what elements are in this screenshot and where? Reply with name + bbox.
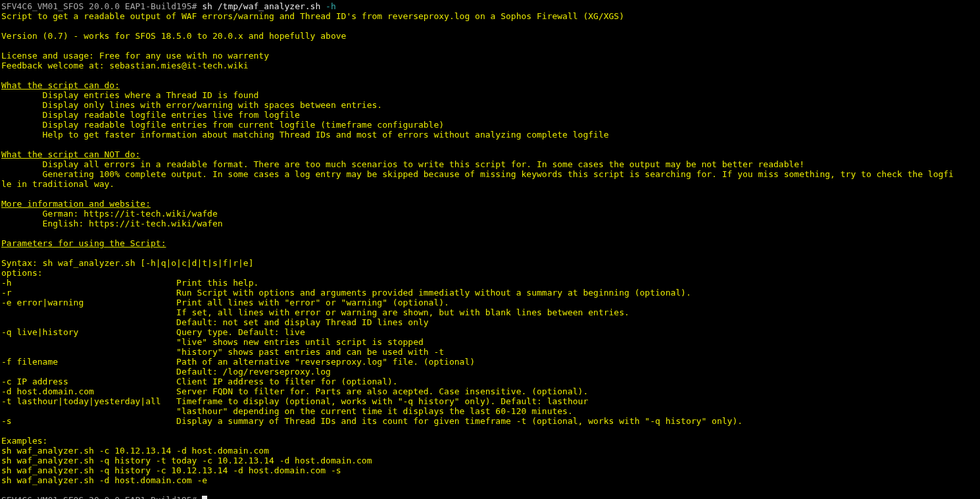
more-info-item: English: https://it-tech.wiki/wafen	[1, 219, 223, 228]
can-do-item: Display only lines with error/warning wi…	[1, 100, 382, 110]
examples-heading: Examples:	[1, 436, 47, 446]
shell-prompt: SFV4C6_VM01_SFOS 20.0.0 EAP1-Build195#	[1, 1, 202, 11]
example-line: sh waf_analyzer.sh -q history -t today -…	[1, 456, 372, 465]
section-heading-params: Parameters for using the Script:	[1, 238, 166, 248]
option-row: "history" shows past entries and can be …	[1, 347, 444, 357]
can-do-item: Help to get faster information about mat…	[1, 130, 609, 140]
option-row: -c IP address Client IP address to filte…	[1, 377, 398, 386]
example-line: sh waf_analyzer.sh -c 10.12.13.14 -d hos…	[1, 446, 269, 456]
version-line: Version (0.7) - works for SFOS 18.5.0 to…	[1, 31, 346, 41]
terminal-output[interactable]: SFV4C6_VM01_SFOS 20.0.0 EAP1-Build195# s…	[0, 0, 980, 499]
option-row: Default: /log/reverseproxy.log	[1, 367, 331, 377]
option-row: "lasthour" depending on the current time…	[1, 406, 573, 416]
typed-flag: -h	[326, 1, 336, 11]
can-not-item: Generating 100% complete output. In some…	[1, 169, 954, 179]
option-row: -d host.domain.com Server FQDN to filter…	[1, 386, 588, 396]
option-row: Default: not set and display Thread ID l…	[1, 317, 429, 327]
example-line: sh waf_analyzer.sh -q history -c 10.12.1…	[1, 465, 341, 475]
section-heading-can-do: What the script can do:	[1, 80, 120, 90]
option-row: -e error|warning Print all lines with "e…	[1, 298, 449, 307]
can-do-item: Display readable logfile entries live fr…	[1, 110, 300, 120]
option-row: -r Run Script with options and arguments…	[1, 288, 691, 298]
intro-line: Script to get a readable output of WAF e…	[1, 11, 624, 21]
shell-prompt-bottom[interactable]: SFV4C6_VM01_SFOS 20.0.0 EAP1-Build195#	[1, 495, 202, 499]
options-label: options:	[1, 268, 43, 278]
section-heading-can-not: What the script can NOT do:	[1, 149, 140, 159]
syntax-line: Syntax: sh waf_analyzer.sh [-h|q|o|c|d|t…	[1, 258, 254, 268]
can-do-item: Display readable logfile entries from cu…	[1, 120, 444, 130]
option-row: -t lasthour|today|yesterday|all Timefram…	[1, 396, 588, 406]
option-row: -h Print this help.	[1, 278, 258, 288]
option-row: -s Display a summary of Thread IDs and i…	[1, 416, 743, 426]
can-not-item: Display all errors in a readable format.…	[1, 159, 804, 169]
can-do-item: Display entries where a Thread ID is fou…	[1, 90, 258, 100]
cursor-icon	[202, 496, 207, 499]
option-row: "live" shows new entries until script is…	[1, 337, 424, 347]
typed-command: sh /tmp/waf_analyzer.sh	[202, 1, 326, 11]
option-row: -f filename Path of an alternative "reve…	[1, 357, 475, 367]
more-info-item: German: https://it-tech.wiki/wafde	[1, 209, 218, 219]
example-line: sh waf_analyzer.sh -d host.domain.com -e	[1, 475, 207, 485]
option-row: -q live|history Query type. Default: liv…	[1, 327, 305, 337]
feedback-line: Feedback welcome at: sebastian.mies@it-t…	[1, 61, 249, 70]
section-heading-more-info: More information and website:	[1, 199, 151, 209]
option-row: If set, all lines with error or warning …	[1, 307, 629, 317]
can-not-item: le in traditional way.	[1, 179, 114, 189]
license-line: License and usage: Free for any use with…	[1, 51, 269, 61]
